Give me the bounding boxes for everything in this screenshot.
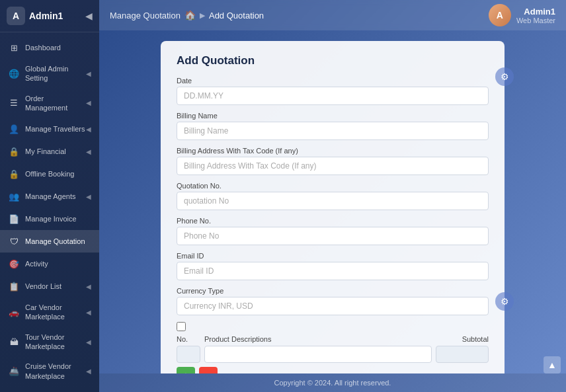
col-subtotal-header: Subtotal xyxy=(436,335,489,343)
sidebar-label-order-management: Order Management xyxy=(25,94,86,113)
logo-icon: A xyxy=(7,7,25,25)
remove-row-button[interactable]: - xyxy=(199,367,218,373)
currency-label: Currency Type xyxy=(177,287,489,295)
sidebar-item-order-management[interactable]: ☰ Order Management ◀ xyxy=(0,89,99,118)
sidebar-label-offline-booking: Offline Booking xyxy=(25,169,74,178)
order-management-chevron-icon: ◀ xyxy=(86,99,91,106)
billing-address-input[interactable] xyxy=(177,157,489,175)
offline-booking-icon: 🔒 xyxy=(8,168,20,180)
sidebar-item-manage-quotation[interactable]: 🛡 Manage Quotation xyxy=(0,230,99,253)
sidebar-item-left-cruise-vendor: 🚢 Cruise Vendor Marketplace xyxy=(8,362,86,381)
tax-row xyxy=(177,322,489,331)
phone-no-label: Phone No. xyxy=(177,217,489,225)
cruise-vendor-icon: 🚢 xyxy=(8,366,20,377)
page-content: ⚙ Add Quotation Date Billing Name Billin… xyxy=(99,30,566,373)
form-card: ⚙ Add Quotation Date Billing Name Billin… xyxy=(161,41,505,373)
sidebar-item-offline-booking[interactable]: 🔒 Offline Booking xyxy=(0,163,99,185)
activity-icon: 🎯 xyxy=(8,258,20,270)
vendor-list-chevron-icon: ◀ xyxy=(86,283,91,290)
currency-input[interactable] xyxy=(177,297,489,315)
breadcrumb: Manage Quotation 🏠 ▶ Add Quotation xyxy=(110,10,264,20)
sidebar-item-left-dashboard: ⊞ Dashboard xyxy=(8,42,61,54)
sidebar-item-car-vendor[interactable]: 🚗 Car Vendor Marketplace ◀ xyxy=(0,297,99,327)
user-avatar: A xyxy=(489,4,511,26)
action-buttons: + - xyxy=(177,367,489,373)
sidebar-collapse-button[interactable]: ◀ xyxy=(85,11,93,21)
my-financial-icon: 🔒 xyxy=(8,145,20,157)
sidebar-item-manage-invoice[interactable]: 📄 Manage Invoice xyxy=(0,208,99,230)
gear-button-table[interactable]: ⚙ xyxy=(495,292,514,311)
quotation-no-label: Quotation No. xyxy=(177,182,489,190)
date-group: Date xyxy=(177,77,489,105)
row-desc-input[interactable] xyxy=(204,346,432,363)
date-label: Date xyxy=(177,77,489,85)
footer: Copyright © 2024. All right reserved. xyxy=(99,373,566,392)
quotation-no-input[interactable] xyxy=(177,192,489,210)
car-vendor-icon: 🚗 xyxy=(8,306,20,318)
global-admin-icon: 🌐 xyxy=(8,67,20,79)
sidebar-label-tour-vendor: Tour Vendor Marketplace xyxy=(25,333,86,352)
quotation-no-group: Quotation No. xyxy=(177,182,489,210)
add-row-button[interactable]: + xyxy=(177,367,195,373)
row-subtotal-input[interactable] xyxy=(436,346,489,363)
manage-quotation-icon: 🛡 xyxy=(8,235,20,247)
sidebar-label-vendor-list: Vendor List xyxy=(25,282,61,291)
row-no-input[interactable] xyxy=(177,346,200,363)
my-financial-chevron-icon: ◀ xyxy=(86,148,91,155)
sidebar-item-manage-agents[interactable]: 👥 Manage Agents ◀ xyxy=(0,185,99,208)
sidebar-item-my-financial[interactable]: 🔒 My Financial ◀ xyxy=(0,140,99,163)
gear-button-top[interactable]: ⚙ xyxy=(495,67,514,86)
sidebar-nav: ⊞ Dashboard 🌐 Global Admin Setting ◀ ☰ O… xyxy=(0,32,99,392)
order-management-icon: ☰ xyxy=(8,97,20,109)
phone-no-group: Phone No. xyxy=(177,217,489,245)
email-group: Email ID xyxy=(177,252,489,280)
home-icon[interactable]: 🏠 xyxy=(184,10,196,20)
tour-vendor-chevron-icon: ◀ xyxy=(86,338,91,346)
logo-text: Admin1 xyxy=(29,11,63,21)
date-input[interactable] xyxy=(177,87,489,105)
sidebar-item-activity[interactable]: 🎯 Activity xyxy=(0,253,99,275)
sidebar-item-vendor-list[interactable]: 📋 Vendor List ◀ xyxy=(0,275,99,297)
sidebar-header: A Admin1 ◀ xyxy=(0,0,99,32)
manage-travellers-icon: 👤 xyxy=(8,123,20,135)
tour-vendor-icon: 🏔 xyxy=(8,336,20,348)
col-desc-header: Product Descriptions xyxy=(204,335,432,343)
table-section: No. Product Descriptions Subtotal + - xyxy=(177,322,489,373)
global-admin-chevron-icon: ◀ xyxy=(86,70,91,77)
sidebar-label-activity: Activity xyxy=(25,259,48,268)
footer-text: Copyright © 2024. All right reserved. xyxy=(274,379,391,387)
table-row xyxy=(177,346,489,363)
user-info: A Admin1 Web Master xyxy=(489,4,555,26)
sidebar-label-cruise-vendor: Cruise Vendor Marketplace xyxy=(25,362,86,381)
phone-no-input[interactable] xyxy=(177,227,489,245)
sidebar-label-global-admin: Global Admin Setting xyxy=(25,64,86,83)
main-content: Manage Quotation 🏠 ▶ Add Quotation A Adm… xyxy=(99,0,566,392)
sidebar-item-global-admin[interactable]: 🌐 Global Admin Setting ◀ xyxy=(0,59,99,89)
sidebar-item-manage-travellers[interactable]: 👤 Manage Travellers ◀ xyxy=(0,118,99,140)
topbar: Manage Quotation 🏠 ▶ Add Quotation A Adm… xyxy=(99,0,566,30)
tax-checkbox[interactable] xyxy=(177,322,186,331)
sidebar-item-left-manage-invoice: 📄 Manage Invoice xyxy=(8,213,77,225)
email-input[interactable] xyxy=(177,262,489,280)
sidebar-item-left-manage-agents: 👥 Manage Agents xyxy=(8,190,75,202)
sidebar-item-dashboard[interactable]: ⊞ Dashboard xyxy=(0,36,99,59)
user-role: Web Master xyxy=(516,17,555,24)
vendor-list-icon: 📋 xyxy=(8,280,20,292)
sidebar-label-car-vendor: Car Vendor Marketplace xyxy=(25,303,86,322)
sidebar-item-left-manage-quotation: 🛡 Manage Quotation xyxy=(8,235,85,247)
sidebar-label-manage-travellers: Manage Travellers xyxy=(25,124,85,134)
table-header: No. Product Descriptions Subtotal xyxy=(177,335,489,343)
billing-name-group: Billing Name xyxy=(177,112,489,140)
sidebar-item-tour-vendor[interactable]: 🏔 Tour Vendor Marketplace ◀ xyxy=(0,327,99,357)
manage-agents-chevron-icon: ◀ xyxy=(86,193,91,200)
email-label: Email ID xyxy=(177,252,489,260)
sidebar-label-my-financial: My Financial xyxy=(25,147,66,156)
sidebar-item-left-car-vendor: 🚗 Car Vendor Marketplace xyxy=(8,303,86,322)
sidebar-item-hotel-vendor[interactable]: 🏨 Hotel Vendor Marketplace ◀ xyxy=(0,386,99,392)
dashboard-icon: ⊞ xyxy=(8,42,20,54)
sidebar-item-cruise-vendor[interactable]: 🚢 Cruise Vendor Marketplace ◀ xyxy=(0,356,99,386)
manage-invoice-icon: 📄 xyxy=(8,213,20,225)
currency-group: Currency Type xyxy=(177,287,489,315)
billing-name-input[interactable] xyxy=(177,122,489,140)
scroll-to-top-button[interactable]: ▲ xyxy=(544,356,561,373)
